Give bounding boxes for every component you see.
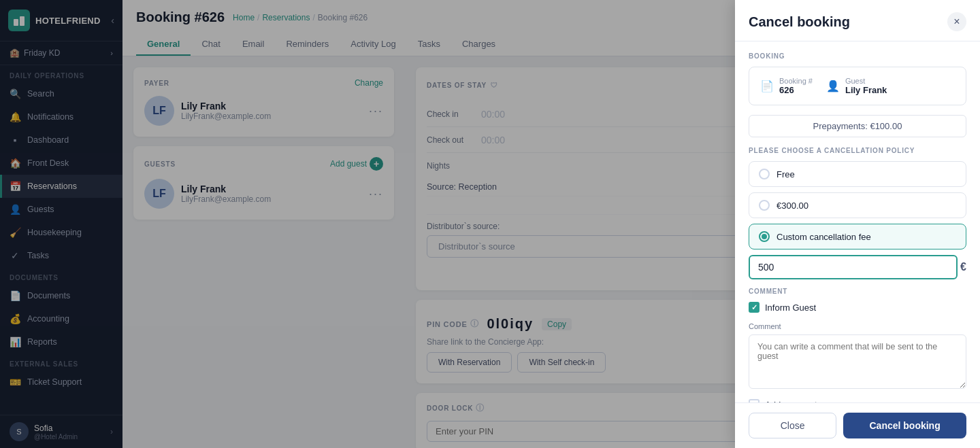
sidebar-item-dashboard[interactable]: ▪ Dashboard bbox=[0, 128, 122, 152]
sidebar-item-tasks[interactable]: ✓ Tasks bbox=[0, 244, 122, 267]
sidebar-item-accounting[interactable]: 💰 Accounting bbox=[0, 307, 122, 330]
booking-number-label: Booking # bbox=[779, 77, 813, 85]
guest-menu-icon[interactable]: ··· bbox=[369, 187, 383, 201]
comment-section-label: COMMENT bbox=[749, 288, 966, 295]
pin-label: PIN CODE ⓘ bbox=[427, 318, 478, 330]
sidebar-item-guests[interactable]: 👤 Guests bbox=[0, 198, 122, 221]
modal-body: BOOKING 📄 Booking # 626 👤 Guest Lily Fra… bbox=[735, 41, 980, 402]
breadcrumb-reservations[interactable]: Reservations bbox=[262, 13, 310, 22]
sidebar-user: S Sofia @Hotel Admin › bbox=[0, 415, 122, 448]
sidebar-item-label: Guests bbox=[27, 205, 54, 214]
sidebar-item-reports[interactable]: 📊 Reports bbox=[0, 330, 122, 354]
booking-section-label: BOOKING bbox=[749, 52, 966, 60]
tab-activity-log[interactable]: Activity Log bbox=[340, 33, 406, 56]
accounting-icon: 💰 bbox=[10, 313, 20, 324]
user-info: Sofia @Hotel Admin bbox=[34, 424, 78, 441]
payer-menu-icon[interactable]: ··· bbox=[369, 104, 383, 118]
tab-general[interactable]: General bbox=[136, 33, 191, 56]
inform-guest-row: ✓ Inform Guest bbox=[749, 302, 966, 313]
info-icon: 🛡 bbox=[491, 82, 498, 89]
add-icon: + bbox=[370, 157, 383, 171]
sidebar-item-search[interactable]: 🔍 Search bbox=[0, 82, 122, 105]
housekeeping-icon: 🧹 bbox=[10, 227, 20, 238]
cancel-booking-modal: Cancel booking × BOOKING 📄 Booking # 626… bbox=[735, 0, 980, 448]
bell-icon: 🔔 bbox=[10, 111, 20, 122]
sidebar-item-label: Notifications bbox=[27, 112, 74, 122]
close-button[interactable]: Close bbox=[749, 413, 836, 438]
left-panel: PAYER Change LF Lily Frank LilyFrank@exa… bbox=[122, 56, 405, 448]
reservations-icon: 📅 bbox=[10, 181, 20, 192]
daily-ops-section-label: DAILY OPERATIONS bbox=[0, 65, 122, 82]
sidebar-collapse-icon[interactable]: ‹ bbox=[111, 15, 114, 26]
sidebar-item-label: Front Desk bbox=[27, 158, 69, 168]
copy-pin-button[interactable]: Copy bbox=[542, 318, 572, 330]
guest-name: Lily Frank bbox=[181, 184, 271, 194]
policy-option-fixed[interactable]: €300.00 bbox=[749, 192, 966, 218]
ticket-icon: 🎫 bbox=[10, 377, 20, 387]
inform-guest-checkbox[interactable]: ✓ bbox=[749, 302, 760, 313]
sidebar-item-notifications[interactable]: 🔔 Notifications bbox=[0, 105, 122, 128]
tab-reminders[interactable]: Reminders bbox=[275, 33, 340, 56]
policy-section-label: PLEASE CHOOSE A CANCELLATION POLICY bbox=[749, 147, 966, 154]
breadcrumb-home[interactable]: Home bbox=[233, 13, 255, 22]
change-payer-link[interactable]: Change bbox=[355, 78, 383, 88]
sidebar-item-documents[interactable]: 📄 Documents bbox=[0, 284, 122, 307]
tab-charges[interactable]: Charges bbox=[451, 33, 506, 56]
sidebar-item-ticket-support[interactable]: 🎫 Ticket Support bbox=[0, 371, 122, 394]
policy-custom-label: Custom cancellation fee bbox=[777, 232, 871, 242]
policy-fixed-label: €300.00 bbox=[777, 201, 808, 211]
door-info-icon: ⓘ bbox=[476, 402, 485, 414]
payer-section-label: PAYER bbox=[144, 80, 169, 87]
booking-info-card: 📄 Booking # 626 👤 Guest Lily Frank bbox=[749, 67, 966, 105]
dates-section-label: DATES OF STAY 🛡 bbox=[427, 82, 498, 89]
tab-chat[interactable]: Chat bbox=[191, 33, 231, 56]
payer-avatar: LF bbox=[144, 96, 174, 126]
breadcrumb-current: Booking #626 bbox=[318, 13, 368, 22]
document-icon: 📄 bbox=[760, 80, 774, 92]
policy-radio-free bbox=[759, 169, 770, 179]
add-guest-button[interactable]: Add guest + bbox=[330, 157, 383, 171]
custom-fee-input[interactable] bbox=[749, 255, 958, 279]
policy-option-free[interactable]: Free bbox=[749, 161, 966, 187]
dashboard-icon: ▪ bbox=[10, 135, 20, 145]
tab-email[interactable]: Email bbox=[231, 33, 276, 56]
booking-number-content: Booking # 626 bbox=[779, 77, 813, 95]
payer-row: LF Lily Frank LilyFrank@example.com ··· bbox=[144, 96, 383, 126]
page-title: Booking #626 bbox=[136, 10, 225, 25]
cancel-booking-button[interactable]: Cancel booking bbox=[843, 413, 966, 438]
with-reservation-button[interactable]: With Reservation bbox=[427, 352, 512, 373]
guest-avatar: LF bbox=[144, 179, 174, 209]
user-menu-icon[interactable]: › bbox=[110, 427, 113, 436]
user-name: Sofia bbox=[34, 424, 78, 433]
modal-header: Cancel booking × bbox=[735, 0, 980, 41]
sidebar: HOTELFRIEND ‹ 🏨 Friday KD › DAILY OPERAT… bbox=[0, 0, 122, 448]
comment-label: Comment bbox=[749, 322, 966, 330]
guest-name: Lily Frank bbox=[845, 85, 887, 95]
payer-info: Lily Frank LilyFrank@example.com bbox=[181, 101, 271, 121]
sidebar-item-label: Reservations bbox=[27, 182, 77, 191]
sidebar-item-label: Documents bbox=[27, 291, 70, 300]
pin-value: 0l0iqy bbox=[487, 316, 534, 332]
with-self-checkin-button[interactable]: With Self check-in bbox=[517, 352, 606, 373]
check-mark: ✓ bbox=[751, 303, 757, 312]
sidebar-property[interactable]: 🏨 Friday KD › bbox=[0, 41, 122, 65]
modal-close-button[interactable]: × bbox=[947, 12, 966, 31]
sidebar-item-label: Accounting bbox=[27, 314, 69, 324]
policy-option-custom[interactable]: Custom cancellation fee bbox=[749, 224, 966, 249]
prepayments-display: Prepayments: €100.00 bbox=[749, 115, 966, 137]
sidebar-item-label: Tasks bbox=[27, 251, 49, 260]
breadcrumb: Home / Reservations / Booking #626 bbox=[233, 13, 368, 22]
sidebar-item-housekeeping[interactable]: 🧹 Housekeeping bbox=[0, 221, 122, 244]
guests-card: GUESTS Add guest + LF Lily Frank LilyFra… bbox=[133, 146, 394, 220]
modal-footer: Close Cancel booking bbox=[735, 402, 980, 448]
comment-textarea[interactable] bbox=[749, 334, 966, 389]
tab-tasks[interactable]: Tasks bbox=[407, 33, 451, 56]
sidebar-item-label: Reports bbox=[27, 337, 57, 347]
sidebar-item-reservations[interactable]: 📅 Reservations bbox=[0, 175, 122, 198]
documents-icon: 📄 bbox=[10, 290, 20, 301]
guest-label: Guest bbox=[845, 77, 887, 85]
user-role: @Hotel Admin bbox=[34, 433, 78, 441]
source-label: Source: Reception bbox=[427, 182, 497, 192]
policy-radio-custom bbox=[759, 231, 770, 242]
sidebar-item-front-desk[interactable]: 🏠 Front Desk bbox=[0, 152, 122, 175]
